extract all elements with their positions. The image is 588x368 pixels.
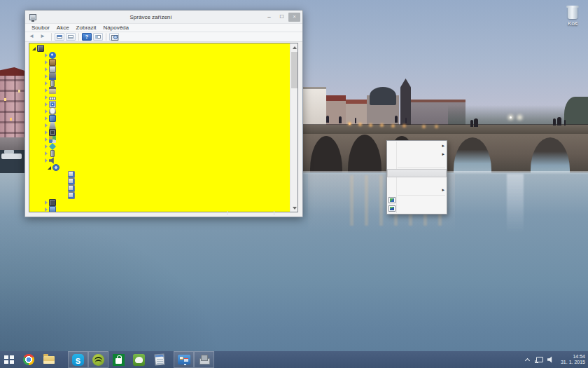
- context-menu-item[interactable]: [387, 186, 447, 194]
- tree-expander-icon[interactable]: [47, 165, 52, 170]
- tree-expander-icon[interactable]: [43, 53, 49, 58]
- wallpaper-boat: [1, 154, 22, 159]
- taskbar-button[interactable]: S: [68, 351, 88, 368]
- tree-row[interactable]: [29, 150, 290, 157]
- wallpaper-bridge-deck: [301, 125, 588, 134]
- tree-expander-icon[interactable]: [43, 137, 49, 142]
- tree-row[interactable]: [29, 101, 290, 108]
- toolbar-button[interactable]: [27, 33, 37, 41]
- tree-expander-icon[interactable]: [43, 123, 49, 128]
- tree-expander-icon[interactable]: [43, 88, 49, 93]
- tree-expander-icon[interactable]: [43, 144, 49, 149]
- tree-row[interactable]: [29, 178, 290, 185]
- menu-bar-item[interactable]: Akce: [53, 25, 73, 31]
- wallpaper-quay-wall: [0, 137, 26, 151]
- tree-expander-icon[interactable]: [43, 130, 49, 135]
- tree-expander-icon[interactable]: [43, 109, 49, 114]
- network-icon[interactable]: [535, 357, 542, 363]
- menu-bar-item[interactable]: Soubor: [28, 25, 53, 31]
- tree-expander-icon[interactable]: [43, 67, 49, 72]
- context-menu-item[interactable]: [387, 142, 447, 150]
- context-menu-item[interactable]: [387, 177, 447, 186]
- wallpaper-building: [0, 74, 26, 139]
- toolbar-button[interactable]: [55, 33, 64, 41]
- recycle-bin[interactable]: Koš: [560, 7, 585, 27]
- taskbar-button[interactable]: [108, 351, 129, 368]
- context-menu-item[interactable]: [387, 196, 447, 205]
- tree-expander-icon[interactable]: [62, 186, 68, 191]
- taskbar-button[interactable]: [194, 351, 214, 368]
- menu-bar-item[interactable]: Nápověda: [100, 25, 132, 31]
- toolbar-button[interactable]: ?: [82, 33, 92, 41]
- tree-row[interactable]: [29, 122, 290, 129]
- context-menu-item[interactable]: [387, 158, 447, 167]
- tree-row[interactable]: [29, 157, 290, 164]
- tree-expander-icon[interactable]: [62, 193, 68, 198]
- app-icon: [113, 354, 125, 366]
- system-tray: 14:54 31. 1. 2015: [526, 351, 585, 368]
- tree-expander-icon[interactable]: [43, 102, 49, 107]
- tree-expander-icon[interactable]: [62, 172, 68, 177]
- tree-expander-icon[interactable]: [43, 74, 49, 79]
- toolbar-button[interactable]: [51, 33, 52, 41]
- context-menu-item[interactable]: [387, 169, 447, 177]
- taskbar-button[interactable]: [88, 351, 108, 368]
- vertical-scrollbar[interactable]: [290, 43, 298, 212]
- taskbar-button[interactable]: [149, 351, 169, 368]
- tree-row[interactable]: [29, 129, 290, 136]
- tree-row[interactable]: [29, 59, 290, 66]
- tree-expander-icon[interactable]: [62, 179, 68, 184]
- wallpaper-reflection: [507, 174, 524, 233]
- taskbar-button[interactable]: [18, 351, 38, 368]
- scrollbar-thumb[interactable]: [291, 52, 298, 88]
- tree-expander-icon[interactable]: [43, 95, 49, 100]
- context-menu-item[interactable]: [387, 150, 447, 158]
- taskbar-clock[interactable]: 14:54 31. 1. 2015: [561, 354, 585, 365]
- tree-row[interactable]: [29, 136, 290, 143]
- toolbar-button[interactable]: [78, 33, 79, 41]
- tree-row[interactable]: [29, 143, 290, 150]
- tree-row[interactable]: [29, 164, 290, 171]
- tree-expander-icon[interactable]: [43, 60, 49, 65]
- tree-row[interactable]: [29, 80, 290, 87]
- volume-icon[interactable]: [547, 356, 554, 363]
- toolbar-button[interactable]: [93, 33, 103, 41]
- start-button[interactable]: [0, 351, 18, 368]
- taskbar-button[interactable]: [38, 351, 59, 368]
- tree-expander-icon[interactable]: [31, 46, 37, 51]
- toolbar-button[interactable]: [38, 33, 48, 41]
- toolbar-button[interactable]: [109, 33, 119, 41]
- tree-row[interactable]: [29, 87, 290, 94]
- app-icon: [199, 354, 210, 365]
- taskbar-button[interactable]: [174, 351, 194, 368]
- hidden-icons-chevron-icon[interactable]: [526, 357, 530, 362]
- menu-bar: Soubor Akce Zobrazit Nápověda: [25, 23, 302, 32]
- tree-row[interactable]: [29, 73, 290, 80]
- close-button[interactable]: ×: [288, 13, 300, 22]
- tree-row[interactable]: [29, 185, 290, 192]
- tree-row[interactable]: [29, 45, 290, 52]
- menu-bar-item[interactable]: Zobrazit: [73, 25, 100, 31]
- tree-row[interactable]: [29, 66, 290, 73]
- tree-row[interactable]: [29, 171, 290, 178]
- device-manager-window: Správce zařízení – □ × Soubor Akce Zobra…: [24, 10, 303, 217]
- tree-row[interactable]: [29, 52, 290, 59]
- toolbar-button[interactable]: [66, 33, 76, 41]
- tree-row[interactable]: [29, 94, 290, 101]
- tree-expander-icon[interactable]: [43, 200, 49, 205]
- tree-row[interactable]: [29, 115, 290, 122]
- tree-expander-icon[interactable]: [43, 158, 49, 163]
- minimize-button[interactable]: –: [263, 13, 275, 22]
- window-titlebar[interactable]: Správce zařízení – □ ×: [25, 11, 302, 23]
- scroll-up-icon[interactable]: [290, 43, 298, 51]
- taskbar-button[interactable]: [129, 351, 149, 368]
- context-menu-item[interactable]: [387, 205, 447, 213]
- tree-expander-icon[interactable]: [43, 116, 49, 121]
- tree-row[interactable]: [29, 199, 290, 206]
- maximize-button[interactable]: □: [276, 13, 288, 22]
- tree-row[interactable]: [29, 108, 290, 115]
- toolbar-button[interactable]: [106, 33, 106, 41]
- tree-expander-icon[interactable]: [43, 81, 49, 86]
- tree-expander-icon[interactable]: [43, 151, 49, 156]
- tree-row[interactable]: [29, 192, 290, 199]
